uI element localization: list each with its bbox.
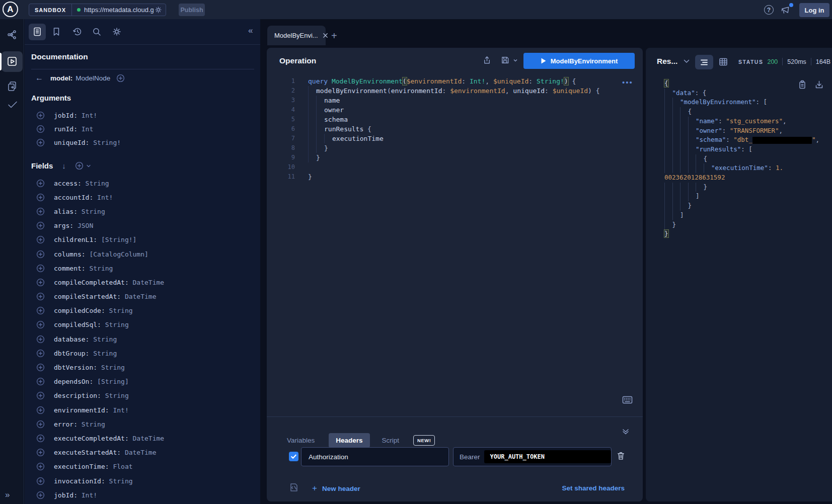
doc-field-row[interactable]: environmentId: Int!	[31, 403, 258, 417]
history-tab-icon[interactable]	[72, 27, 83, 37]
add-field-icon[interactable]	[36, 306, 45, 315]
apollo-logo-icon[interactable]: A	[3, 2, 18, 17]
keyboard-shortcuts-icon[interactable]	[622, 396, 633, 404]
schema-graph-icon[interactable]	[7, 29, 18, 40]
table-view-button[interactable]	[719, 57, 728, 66]
documentation-tab-icon[interactable]	[32, 27, 42, 37]
tab-headers[interactable]: Headers	[329, 433, 369, 448]
bookmarks-tab-icon[interactable]	[51, 27, 61, 37]
add-field-icon[interactable]	[36, 363, 45, 372]
collapse-secondary-panel-icon[interactable]	[622, 428, 630, 436]
endpoint-url[interactable]: https://metadata.cloud.get	[84, 6, 154, 14]
operation-collection-icon[interactable]	[7, 80, 18, 92]
header-name-input[interactable]	[301, 447, 449, 466]
add-field-icon[interactable]	[36, 448, 45, 457]
add-field-icon[interactable]	[36, 406, 45, 414]
doc-field-row[interactable]: runId: Int	[31, 122, 253, 136]
sort-fields-icon[interactable]: ↓	[62, 161, 66, 170]
doc-field-row[interactable]: jobId: Int!	[31, 488, 258, 502]
checks-icon[interactable]	[7, 100, 19, 110]
add-type-icon[interactable]	[116, 74, 125, 82]
add-field-icon[interactable]	[36, 292, 45, 301]
doc-field-row[interactable]: error: String	[31, 417, 258, 431]
settings-tab-icon[interactable]	[112, 27, 122, 37]
doc-field-row[interactable]: compiledSql: String	[31, 318, 258, 332]
add-field-icon[interactable]	[36, 477, 45, 485]
set-shared-headers-link[interactable]: Set shared headers	[562, 484, 625, 492]
close-tab-icon[interactable]	[323, 33, 328, 38]
login-button[interactable]: Log in	[799, 3, 829, 17]
doc-field-row[interactable]: args: JSON	[31, 219, 258, 233]
doc-field-row[interactable]: dependsOn: [String]	[31, 375, 258, 389]
add-field-icon[interactable]	[36, 125, 45, 133]
back-arrow-icon[interactable]: ←	[35, 73, 50, 82]
run-operation-button[interactable]: ModelByEnvironment	[523, 53, 635, 69]
add-field-icon[interactable]	[36, 179, 45, 188]
doc-field-row[interactable]: invocationId: String	[31, 474, 258, 488]
doc-field-row[interactable]: jobId: Int!	[31, 109, 253, 122]
response-json-viewer[interactable]: {"data": {"modelByEnvironment": [{"name"…	[664, 79, 825, 239]
doc-field-row[interactable]: childrenL1: [String!]	[31, 233, 258, 247]
doc-field-row[interactable]: executionTime: Float	[31, 460, 258, 474]
add-field-icon[interactable]	[36, 391, 45, 400]
formatted-view-button[interactable]	[695, 55, 713, 69]
doc-field-row[interactable]: database: String	[31, 332, 258, 346]
add-field-icon[interactable]	[36, 138, 45, 147]
breadcrumb-type[interactable]: ModelNode	[75, 74, 110, 82]
add-field-icon[interactable]	[36, 221, 45, 230]
operation-tab[interactable]: ModelByEnvi...	[267, 26, 326, 45]
collapse-docs-panel-icon[interactable]: «	[248, 26, 253, 36]
add-field-icon[interactable]	[36, 111, 45, 120]
add-field-icon[interactable]	[36, 193, 45, 202]
add-field-icon[interactable]	[36, 264, 45, 273]
share-operation-icon[interactable]	[482, 55, 492, 65]
doc-field-row[interactable]: dbtGroup: String	[31, 346, 258, 360]
add-field-icon[interactable]	[36, 434, 45, 443]
add-field-icon[interactable]	[36, 377, 45, 386]
doc-field-row[interactable]: accountId: Int!	[31, 190, 258, 204]
endpoint-url-box[interactable]: SANDBOX https://metadata.cloud.get	[29, 4, 166, 16]
doc-field-row[interactable]: access: String	[31, 176, 258, 190]
add-all-fields-icon[interactable]	[75, 161, 91, 170]
response-dropdown-chevron-icon[interactable]	[684, 59, 690, 64]
add-field-icon[interactable]	[36, 235, 45, 244]
doc-field-row[interactable]: compileStartedAt: DateTime	[31, 290, 258, 304]
expand-rail-icon[interactable]: »	[5, 490, 10, 500]
add-field-icon[interactable]	[36, 420, 45, 429]
doc-field-row[interactable]: columns: [CatalogColumn]	[31, 247, 258, 261]
doc-field-row[interactable]: executeStartedAt: DateTime	[31, 446, 258, 460]
download-response-icon[interactable]	[815, 80, 823, 89]
delete-header-icon[interactable]	[616, 451, 626, 461]
doc-field-row[interactable]: alias: String	[31, 204, 258, 218]
publish-button[interactable]: Publish	[179, 4, 205, 16]
editor-more-options-icon[interactable]: •••	[622, 78, 633, 87]
add-field-icon[interactable]	[36, 335, 45, 344]
environment-variables-icon[interactable]	[289, 482, 299, 492]
doc-field-row[interactable]	[31, 502, 258, 504]
add-field-icon[interactable]	[36, 250, 45, 259]
header-enabled-checkbox[interactable]	[289, 452, 298, 461]
search-tab-icon[interactable]	[92, 27, 102, 37]
doc-field-row[interactable]: uniqueId: String!	[31, 136, 253, 149]
add-field-icon[interactable]	[36, 462, 45, 471]
doc-field-row[interactable]: dbtVersion: String	[31, 360, 258, 374]
doc-field-row[interactable]: compiledCode: String	[31, 304, 258, 318]
tab-variables[interactable]: Variables	[287, 437, 315, 444]
save-operation-icon[interactable]	[500, 55, 518, 65]
tab-script[interactable]: Script	[382, 437, 400, 444]
new-tab-button[interactable]: +	[331, 30, 337, 42]
add-field-icon[interactable]	[36, 349, 45, 358]
new-header-button[interactable]: + New header	[312, 483, 360, 493]
add-field-icon[interactable]	[36, 278, 45, 287]
header-value-input[interactable]: Bearer YOUR_AUTH_TOKEN	[453, 447, 612, 466]
doc-field-row[interactable]: description: String	[31, 389, 258, 403]
auth-token-pill[interactable]: YOUR_AUTH_TOKEN	[484, 450, 611, 463]
explorer-icon[interactable]	[7, 56, 18, 67]
copy-response-icon[interactable]	[798, 80, 806, 89]
add-field-icon[interactable]	[36, 320, 45, 329]
doc-field-row[interactable]: executeCompletedAt: DateTime	[31, 431, 258, 445]
endpoint-settings-gear-icon[interactable]	[155, 6, 162, 14]
doc-field-row[interactable]: compileCompletedAt: DateTime	[31, 275, 258, 289]
add-field-icon[interactable]	[36, 491, 45, 499]
graphql-query-editor[interactable]: 1query ModelByEnvironment($environmentId…	[267, 74, 643, 413]
